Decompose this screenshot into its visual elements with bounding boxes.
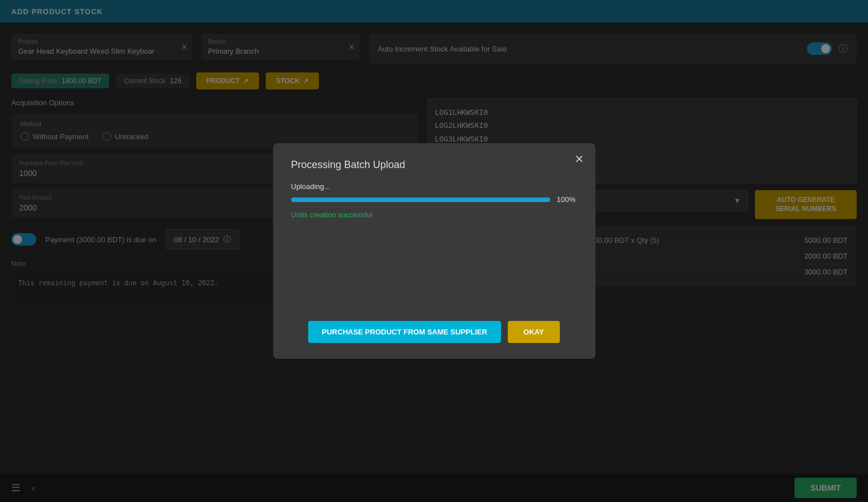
- success-message: Units creation successful: [291, 211, 577, 219]
- modal-close-button[interactable]: ✕: [575, 152, 584, 166]
- modal-overlay: ✕ Processing Batch Upload Uploading... 1…: [0, 0, 868, 502]
- progress-row: 100%: [291, 195, 577, 204]
- upload-label: Uploading...: [291, 182, 577, 191]
- progress-bar-fill: [291, 198, 550, 202]
- progress-percentage: 100%: [557, 195, 577, 204]
- purchase-same-supplier-button[interactable]: PURCHASE PRODUCT FROM SAME SUPPLIER: [308, 321, 501, 343]
- progress-bar-background: [291, 198, 550, 202]
- modal-footer: PURCHASE PRODUCT FROM SAME SUPPLIER OKAY: [291, 321, 577, 343]
- batch-upload-modal: ✕ Processing Batch Upload Uploading... 1…: [273, 143, 595, 359]
- okay-button[interactable]: OKAY: [508, 321, 560, 343]
- modal-title: Processing Batch Upload: [291, 159, 577, 171]
